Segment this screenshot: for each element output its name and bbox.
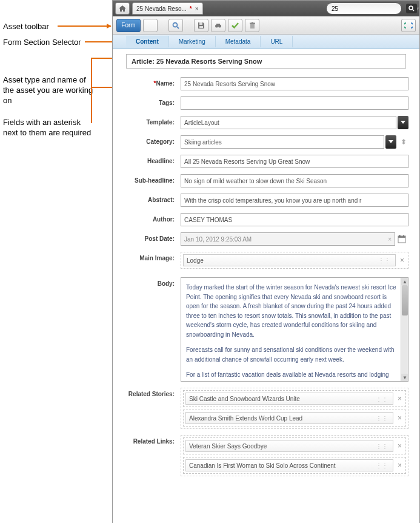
svg-rect-14 xyxy=(399,235,401,237)
body-field[interactable]: Today marked the start of the winter sea… xyxy=(181,277,408,382)
tab-url[interactable]: URL xyxy=(261,36,293,47)
svg-rect-5 xyxy=(199,26,203,28)
svg-rect-13 xyxy=(398,236,405,238)
inspect-button[interactable] xyxy=(168,19,183,32)
chevron-down-icon xyxy=(388,140,393,144)
postdate-clear-icon[interactable]: × xyxy=(388,236,392,243)
chip-remove-icon[interactable]: × xyxy=(398,256,406,265)
related-story-chip[interactable]: Ski Castle and Snowboard Wizards Unite⋮⋮… xyxy=(183,390,406,407)
search-submit-button[interactable] xyxy=(406,4,417,13)
svg-point-2 xyxy=(173,22,178,27)
annotation-required-fields: Fields with an asterisk next to them are… xyxy=(3,118,94,138)
name-field[interactable] xyxy=(181,77,408,90)
scroll-up-icon[interactable]: ▲ xyxy=(401,278,408,285)
headline-field[interactable] xyxy=(181,155,408,168)
magnifier-icon xyxy=(408,5,415,12)
body-label: Body: xyxy=(119,277,181,287)
category-dropdown-button[interactable] xyxy=(385,135,396,149)
annotation-asset-type-name: Asset type and name of the asset you are… xyxy=(3,75,94,106)
mainimage-chip[interactable]: Lodge⋮⋮ × xyxy=(181,252,408,269)
headline-label: Headline: xyxy=(119,155,181,164)
binoculars-icon xyxy=(215,22,222,29)
title-bar: 25 Nevada Reso... * × × ▼ xyxy=(113,1,419,16)
annotation-section-selector: Form Section Selector xyxy=(3,38,81,48)
drag-handle-icon[interactable]: ⋮⋮ xyxy=(376,462,390,469)
template-select[interactable]: ArticleLayout xyxy=(181,116,396,129)
postdate-field[interactable]: Jan 10, 2012 9:25:03 AM × xyxy=(181,232,395,246)
body-scrollbar[interactable]: ▲ ▼ xyxy=(401,278,408,381)
delete-button[interactable] xyxy=(245,19,259,32)
approve-button[interactable] xyxy=(228,19,242,32)
svg-rect-15 xyxy=(404,235,405,237)
asset-title-bar: Article: 25 Nevada Resorts Serving Snow xyxy=(126,54,406,69)
name-label: *Name: xyxy=(119,77,181,87)
save-button[interactable] xyxy=(194,19,208,32)
mainimage-label: Main Image: xyxy=(119,252,181,262)
search-input[interactable] xyxy=(329,5,411,12)
scroll-thumb[interactable] xyxy=(402,285,408,315)
subheadline-field[interactable] xyxy=(181,174,408,187)
svg-point-0 xyxy=(409,6,413,10)
author-field[interactable] xyxy=(181,213,408,226)
annotation-asset-toolbar: Asset toolbar xyxy=(3,22,49,32)
subheadline-label: Sub-headline: xyxy=(119,174,181,184)
asset-toolbar: Form xyxy=(113,16,419,35)
floppy-icon xyxy=(198,22,205,29)
trash-icon xyxy=(249,22,256,29)
tab-marketing[interactable]: Marketing xyxy=(169,36,216,47)
tab-metadata[interactable]: Metadata xyxy=(216,36,261,47)
tab-content[interactable]: Content xyxy=(126,36,169,47)
category-label: Category: xyxy=(119,135,181,145)
form-mode-button[interactable]: Form xyxy=(116,19,141,32)
checkmark-icon xyxy=(232,22,239,29)
drag-handle-icon[interactable]: ⋮⋮ xyxy=(378,257,392,264)
chip-remove-icon[interactable]: × xyxy=(396,394,404,403)
magnifier-icon xyxy=(172,22,179,29)
relstories-label: Related Stories: xyxy=(119,388,181,397)
svg-rect-8 xyxy=(216,24,220,25)
rellinks-label: Related Links: xyxy=(119,435,181,445)
template-label: Template: xyxy=(119,116,181,126)
chip-remove-icon[interactable]: × xyxy=(396,414,404,422)
svg-line-1 xyxy=(413,10,415,12)
body-content[interactable]: Today marked the start of the winter sea… xyxy=(181,278,408,381)
related-link-chip[interactable]: Veteran Skier Says Goodbye⋮⋮ × xyxy=(183,437,406,454)
scroll-down-icon[interactable]: ▼ xyxy=(401,374,408,381)
abstract-label: Abstract: xyxy=(119,194,181,203)
svg-rect-4 xyxy=(199,22,202,25)
tags-label: Tags: xyxy=(119,96,181,106)
dirty-indicator: * xyxy=(190,5,192,12)
related-link-chip[interactable]: Canadian Is First Woman to Ski Solo Acro… xyxy=(183,457,406,474)
tab-label: 25 Nevada Reso... xyxy=(136,5,187,12)
abstract-field[interactable] xyxy=(181,194,408,207)
chip-remove-icon[interactable]: × xyxy=(396,442,404,450)
view-mode-button[interactable] xyxy=(143,19,158,32)
home-icon xyxy=(119,5,126,12)
tags-field[interactable] xyxy=(181,96,408,110)
svg-line-3 xyxy=(177,27,179,29)
home-button[interactable] xyxy=(115,2,130,15)
category-action-icon[interactable]: ⬍ xyxy=(399,138,408,146)
category-select[interactable]: Skiing articles xyxy=(181,135,384,149)
search-box[interactable]: × ▼ xyxy=(326,2,402,15)
chip-remove-icon[interactable]: × xyxy=(396,461,404,470)
svg-rect-11 xyxy=(252,22,253,23)
calendar-icon[interactable] xyxy=(398,235,408,243)
app-window: 25 Nevada Reso... * × × ▼ Form xyxy=(112,0,420,523)
author-label: Author: xyxy=(119,213,181,223)
drag-handle-icon[interactable]: ⋮⋮ xyxy=(376,415,390,422)
template-dropdown-button[interactable] xyxy=(398,116,408,129)
drag-handle-icon[interactable]: ⋮⋮ xyxy=(376,443,390,450)
tab-close-icon[interactable]: × xyxy=(195,5,199,12)
drag-handle-icon[interactable]: ⋮⋮ xyxy=(376,396,390,402)
refresh-icon xyxy=(404,22,413,29)
related-story-chip[interactable]: Alexandra Smith Extends World Cup Lead⋮⋮… xyxy=(183,410,406,427)
form-area: *Name: Tags: Template: ArticleLayout Cat… xyxy=(113,71,419,523)
preview-button[interactable] xyxy=(211,19,225,32)
document-tab[interactable]: 25 Nevada Reso... * × xyxy=(132,2,203,15)
svg-rect-10 xyxy=(250,22,255,24)
postdate-label: Post Date: xyxy=(119,232,181,242)
svg-rect-9 xyxy=(250,24,255,29)
refresh-button[interactable] xyxy=(401,19,416,32)
chevron-down-icon xyxy=(401,121,405,124)
